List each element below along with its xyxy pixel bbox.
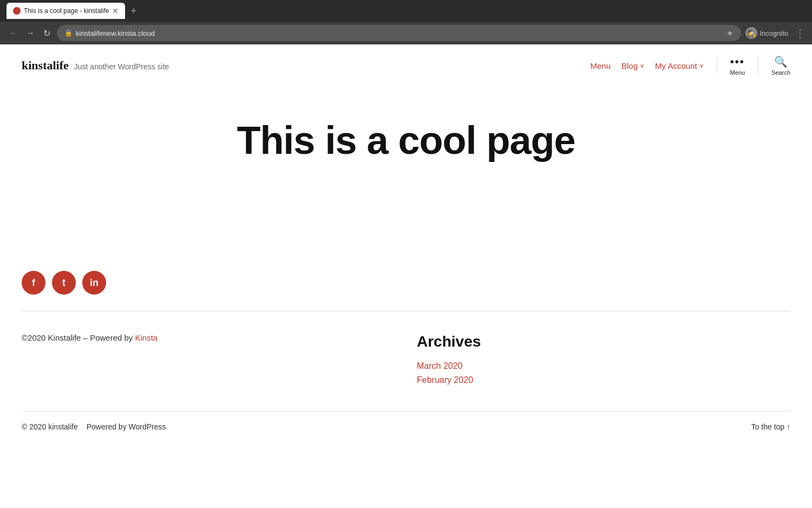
- tab-title: This is a cool page - kinstalife: [24, 7, 109, 15]
- nav-extra-menu[interactable]: ••• Menu: [730, 56, 745, 76]
- search-icon: 🔍: [774, 55, 788, 68]
- footer-copyright: ©2020 Kinstalife – Powered by Kinsta: [22, 333, 395, 342]
- browser-right-controls: 🕵 Incognito ⋮: [745, 27, 806, 40]
- myaccount-chevron: ∨: [699, 62, 704, 69]
- social-icons: f t in: [22, 271, 790, 295]
- site-main: This is a cool page: [0, 87, 812, 260]
- new-tab-button[interactable]: +: [127, 5, 140, 17]
- back-button[interactable]: ←: [6, 28, 19, 38]
- nav-blog[interactable]: Blog ∨: [621, 61, 644, 70]
- incognito-icon: 🕵: [745, 27, 757, 39]
- nav-extra-label: Menu: [730, 69, 745, 76]
- footer-bottom-left: © 2020 kinstalife Powered by WordPress: [22, 422, 166, 431]
- bookmark-icon[interactable]: ★: [726, 29, 734, 37]
- facebook-button[interactable]: f: [22, 271, 45, 295]
- footer-left: ©2020 Kinstalife – Powered by Kinsta: [22, 333, 395, 389]
- list-item: February 2020: [417, 375, 790, 385]
- list-item: March 2020: [417, 361, 790, 371]
- nav-divider-2: [758, 57, 758, 74]
- archive-march-2020[interactable]: March 2020: [417, 361, 463, 370]
- refresh-button[interactable]: ↻: [41, 28, 53, 38]
- footer-right: Archives March 2020 February 2020: [417, 333, 790, 389]
- archive-february-2020[interactable]: February 2020: [417, 375, 473, 385]
- nav-search-button[interactable]: 🔍 Search: [771, 55, 790, 76]
- nav-myaccount[interactable]: My Account ∨: [655, 61, 704, 70]
- browser-tab-bar: This is a cool page - kinstalife ✕ +: [6, 3, 140, 19]
- footer-social: f t in: [0, 260, 812, 311]
- nav-menu[interactable]: Menu: [591, 61, 611, 70]
- browser-chrome: This is a cool page - kinstalife ✕ +: [0, 0, 812, 22]
- site-logo-area: kinstalife Just another WordPress site: [22, 58, 169, 73]
- address-bar[interactable]: 🔒 kinstalifenew.kinsta.cloud ★: [57, 25, 741, 41]
- site-nav: Menu Blog ∨ My Account ∨ ••• Menu 🔍 Sear…: [591, 55, 791, 76]
- page-title: This is a cool page: [237, 119, 575, 162]
- footer-middle: ©2020 Kinstalife – Powered by Kinsta Arc…: [0, 311, 812, 411]
- url-text: kinstalifenew.kinsta.cloud: [76, 29, 723, 37]
- browser-addressbar-row: ← → ↻ 🔒 kinstalifenew.kinsta.cloud ★ 🕵 I…: [0, 22, 812, 44]
- nav-dots-icon: •••: [730, 56, 745, 68]
- bottom-copyright: © 2020 kinstalife: [22, 422, 78, 431]
- site-logo[interactable]: kinstalife: [22, 58, 69, 73]
- archives-title: Archives: [417, 333, 790, 350]
- tab-favicon: [13, 7, 21, 15]
- archives-list: March 2020 February 2020: [417, 361, 790, 385]
- powered-by: Powered by WordPress: [87, 422, 166, 431]
- lock-icon: 🔒: [64, 29, 73, 37]
- blog-chevron: ∨: [640, 62, 644, 69]
- forward-button[interactable]: →: [24, 28, 37, 38]
- tab-close-button[interactable]: ✕: [112, 6, 119, 15]
- twitter-button[interactable]: t: [52, 271, 76, 295]
- search-label: Search: [771, 69, 790, 76]
- browser-tab-active[interactable]: This is a cool page - kinstalife ✕: [6, 3, 125, 19]
- incognito-indicator: 🕵 Incognito: [745, 27, 788, 39]
- footer-bottom: © 2020 kinstalife Powered by WordPress T…: [0, 412, 812, 442]
- site-header: kinstalife Just another WordPress site M…: [0, 44, 812, 87]
- to-top-button[interactable]: To the top ↑: [751, 422, 790, 431]
- browser-menu-button[interactable]: ⋮: [795, 27, 806, 40]
- nav-divider: [717, 57, 717, 74]
- kinsta-link[interactable]: Kinsta: [135, 333, 158, 342]
- linkedin-button[interactable]: in: [82, 271, 106, 295]
- incognito-label: Incognito: [759, 29, 788, 37]
- site-tagline: Just another WordPress site: [74, 62, 169, 71]
